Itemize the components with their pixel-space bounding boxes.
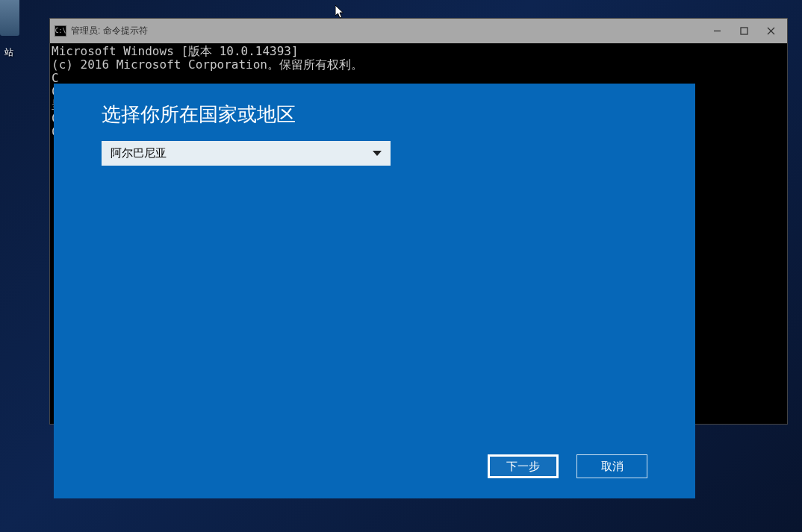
chevron-down-icon (373, 151, 382, 156)
recycle-bin-label: 站 (4, 46, 13, 59)
cmd-titlebar[interactable]: C:\ 管理员: 命令提示符 (50, 19, 787, 43)
mouse-cursor-icon (335, 5, 345, 19)
cancel-button[interactable]: 取消 (576, 454, 647, 478)
cmd-title-text: 管理员: 命令提示符 (71, 25, 148, 37)
cmd-app-icon: C:\ (55, 25, 66, 37)
next-button-label: 下一步 (506, 460, 540, 474)
svg-rect-1 (741, 28, 747, 34)
dialog-button-row: 下一步 取消 (488, 454, 647, 478)
close-button[interactable] (757, 19, 784, 43)
dropdown-value: 阿尔巴尼亚 (111, 146, 167, 160)
recycle-bin-icon[interactable] (0, 0, 19, 36)
minimize-button[interactable] (703, 19, 730, 43)
maximize-button[interactable] (730, 19, 757, 43)
region-dropdown[interactable]: 阿尔巴尼亚 (102, 141, 391, 166)
next-button[interactable]: 下一步 (488, 454, 559, 478)
window-controls (703, 19, 784, 43)
cmd-line: (c) 2016 Microsoft Corporation。保留所有权利。 (52, 58, 786, 72)
cancel-button-label: 取消 (601, 460, 624, 474)
region-dialog: 选择你所在国家或地区 阿尔巴尼亚 下一步 取消 (54, 84, 695, 498)
dialog-title: 选择你所在国家或地区 (102, 101, 647, 128)
cmd-line: Microsoft Windows [版本 10.0.14393] (52, 45, 786, 58)
